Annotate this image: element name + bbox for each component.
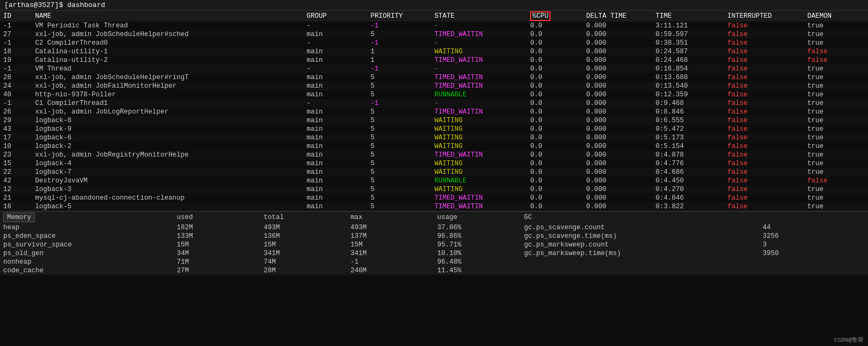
cell-id: 40 [0,90,32,99]
mem-gc: gc.ps_marksweep.count [521,241,760,249]
cell-name: mysql-cj-abandoned-connection-cleanup [32,194,304,202]
mem-gc: gc.ps_scavenge.count [521,223,760,232]
cell-priority: 5 [368,90,432,99]
cell-state: TIMED_WAITIN [431,151,527,159]
cell-daemon: true [804,151,868,159]
cell-state: WAITING [431,116,527,125]
cell-daemon: false [804,176,868,185]
cell-name: logback-7 [32,168,304,176]
cell-time: 0:5.173 [652,133,724,142]
cell-time: 0:38.351 [652,39,724,47]
memory-row: ps_old_gen 34M 341M 341M 10.10% gc.ps_ma… [0,249,868,258]
mem-usage: 96.48% [434,258,520,266]
cell-delta: 0.000 [583,56,652,65]
cell-state: WAITING [431,185,527,194]
cell-cpu: 0.0 [527,168,583,176]
cell-name: xxl-job, admin JobScheduleHelper#ringT [32,73,304,82]
cell-delta: 0.000 [583,133,652,142]
cell-cpu: 0.0 [527,73,583,82]
col-header-id: ID [0,11,32,22]
cell-id: 18 [0,47,32,56]
cell-time: 0:6.555 [652,116,724,125]
memory-label: Memory [3,213,35,222]
cell-daemon: true [804,108,868,116]
cell-delta: 0.000 [583,99,652,108]
col-header-cpu: %CPU [527,11,583,22]
cell-id: -1 [0,22,32,30]
mem-name: ps_survivor_space [0,241,174,249]
memory-col-header-gc: GC [521,211,760,223]
memory-col-header-gcval [759,211,868,223]
mem-gcval: 3 [759,241,868,249]
table-row: 26 xxl-job, admin JobLogReportHelper mai… [0,108,868,116]
mem-max: 240M [347,266,434,275]
cell-state: TIMED_WAITIN [431,82,527,90]
cell-id: 43 [0,125,32,133]
mem-max: 15M [347,241,434,249]
cell-name: http-nio-9378-Poller [32,90,304,99]
cell-time: 0:4.686 [652,168,724,176]
table-row: 22 logback-7 main 5 WAITING 0.0 0.000 0:… [0,168,868,176]
cell-group: - [304,22,368,30]
mem-max: 341M [347,249,434,258]
cell-interrupted: false [724,151,804,159]
cell-cpu: 0.0 [527,202,583,211]
cell-daemon: true [804,82,868,90]
cell-priority: 5 [368,202,432,211]
table-row: 15 logback-4 main 5 WAITING 0.0 0.000 0:… [0,159,868,168]
cell-interrupted: false [724,30,804,39]
table-row: 28 xxl-job, admin JobScheduleHelper#ring… [0,73,868,82]
table-row: 18 Catalina-utility-1 main 1 WAITING 0.0… [0,47,868,56]
cell-delta: 0.000 [583,168,652,176]
cell-id: 16 [0,202,32,211]
cell-name: Catalina-utility-1 [32,47,304,56]
cell-name: logback-2 [32,142,304,151]
table-row: 17 logback-6 main 5 WAITING 0.0 0.000 0:… [0,133,868,142]
cell-interrupted: false [724,142,804,151]
cell-state: WAITING [431,142,527,151]
cell-group: main [304,108,368,116]
cell-cpu: 0.0 [527,176,583,185]
cell-delta: 0.000 [583,82,652,90]
cell-group: main [304,151,368,159]
cell-delta: 0.000 [583,151,652,159]
cell-group: main [304,116,368,125]
mem-gcval: 3256 [759,232,868,241]
col-header-interrupted: INTERRUPTED [724,11,804,22]
cell-interrupted: false [724,73,804,82]
cell-time: 0:3.822 [652,202,724,211]
cell-delta: 0.000 [583,125,652,133]
mem-name: ps_eden_space [0,232,174,241]
memory-section: Memory used total max usage GC heap 182M… [0,211,868,275]
cell-name: VM Thread [32,65,304,73]
cell-delta: 0.000 [583,47,652,56]
cell-cpu: 0.0 [527,108,583,116]
cell-cpu: 0.0 [527,56,583,65]
table-row: 27 xxl-job, admin JobScheduleHelper#sche… [0,30,868,39]
mem-gc: gc.ps_marksweep.time(ms) [521,249,760,258]
cell-priority: 5 [368,194,432,202]
cell-interrupted: false [724,82,804,90]
memory-table: Memory used total max usage GC heap 182M… [0,211,868,275]
cell-delta: 0.000 [583,65,652,73]
cell-group: - [304,99,368,108]
mem-gcval: 3950 [759,249,868,258]
cell-name: xxl-job, admin JobLogReportHelper [32,108,304,116]
mem-used: 71M [174,258,260,266]
cell-time: 3:11.121 [652,22,724,30]
cell-daemon: true [804,159,868,168]
terminal: [arthas@3527]$ dashboard ID NAME GROUP P… [0,0,868,346]
cell-time: 0:5.154 [652,142,724,151]
mem-total: 341M [260,249,347,258]
cell-state: TIMED_WAITIN [431,73,527,82]
cell-name: C1 CompilerThread1 [32,99,304,108]
cell-name: logback-6 [32,133,304,142]
cell-group: main [304,82,368,90]
col-header-time: TIME [652,11,724,22]
cell-interrupted: false [724,159,804,168]
table-row: -1 VM Thread - -1 - 0.0 0.000 0:16.854 f… [0,65,868,73]
mem-usage: 96.86% [434,232,520,241]
mem-max: 493M [347,223,434,232]
table-row: 24 xxl-job, admin JobFailMonitorHelper m… [0,82,868,90]
cell-id: 10 [0,142,32,151]
